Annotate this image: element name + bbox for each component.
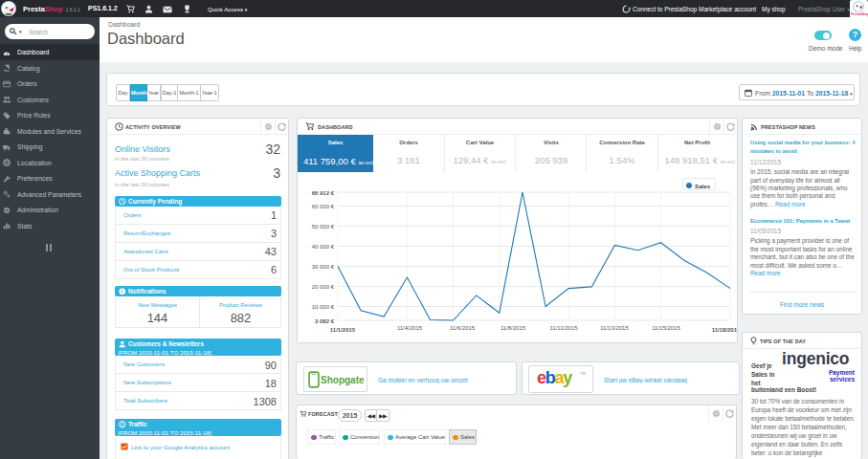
svg-text:11/11/2015: 11/11/2015: [549, 325, 578, 331]
svg-text:11/6/2015: 11/6/2015: [450, 325, 476, 331]
svg-text:60 000 €: 60 000 €: [312, 204, 335, 209]
svg-text:50 000 €: 50 000 €: [312, 224, 335, 230]
svg-text:30 000 €: 30 000 €: [312, 264, 335, 270]
svg-text:20 000 €: 20 000 €: [312, 284, 335, 290]
svg-text:11/4/2015: 11/4/2015: [397, 325, 423, 331]
svg-text:11/18/201: 11/18/201: [712, 327, 737, 333]
svg-text:66 912 €: 66 912 €: [312, 190, 335, 196]
svg-text:11/1/2015: 11/1/2015: [330, 327, 356, 333]
svg-text:40 000 €: 40 000 €: [312, 244, 335, 250]
svg-text:10 000 €: 10 000 €: [312, 304, 335, 310]
svg-text:3 082 €: 3 082 €: [315, 318, 335, 324]
svg-text:11/15/2015: 11/15/2015: [652, 325, 680, 331]
svg-text:11/8/2015: 11/8/2015: [501, 325, 526, 331]
svg-text:11/13/2015: 11/13/2015: [600, 325, 629, 331]
